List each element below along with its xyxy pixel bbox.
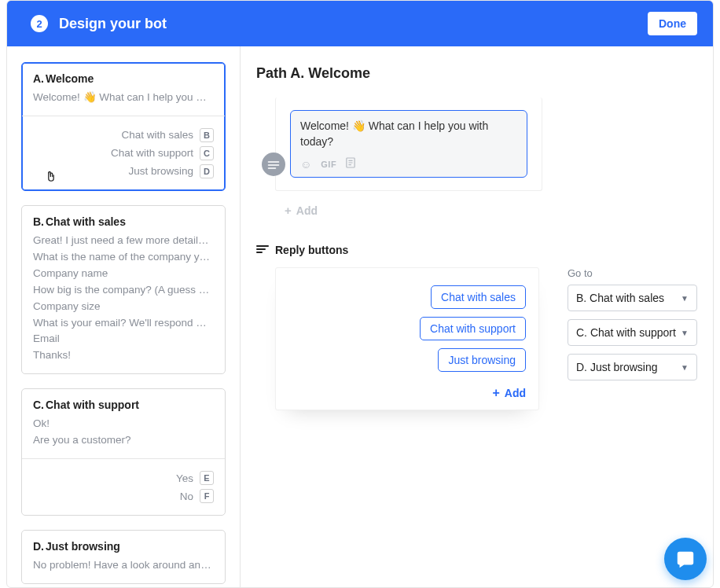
- path-card-chat-with-support[interactable]: C.Chat with support Ok! Are you a custom…: [21, 388, 226, 516]
- reply-section-icon: [256, 245, 269, 255]
- goto-select-sales[interactable]: B. Chat with sales ▼: [568, 285, 697, 311]
- chevron-down-icon: ▼: [681, 329, 689, 337]
- note-icon[interactable]: [346, 157, 355, 171]
- path-option-badge: B: [200, 128, 214, 142]
- path-option-badge: C: [200, 146, 214, 160]
- path-option-label: Just browsing: [128, 165, 193, 177]
- path-option-row[interactable]: Just browsing D: [33, 164, 214, 178]
- path-preview-line: Ok!: [33, 416, 214, 432]
- path-preview-line: Email: [33, 331, 214, 347]
- reply-chips-panel: Chat with sales Chat with support Just b…: [275, 267, 539, 410]
- path-title-text: Just browsing: [46, 540, 120, 553]
- path-card-chat-with-sales[interactable]: B.Chat with sales Great! I just need a f…: [21, 205, 226, 374]
- gif-button[interactable]: GIF: [321, 160, 336, 169]
- path-option-row[interactable]: Yes E: [33, 471, 214, 485]
- main-editor: Path A. Welcome Welcome! 👋 What can I he…: [241, 46, 713, 587]
- path-prefix: C.: [33, 399, 44, 411]
- path-preview-line: Are you a customer?: [33, 432, 214, 449]
- emoji-icon[interactable]: ☺: [300, 158, 311, 171]
- reply-chip-chat-with-support[interactable]: Chat with support: [420, 317, 526, 340]
- path-option-badge: E: [200, 471, 214, 485]
- path-preview-line: How big is the company? (A guess …: [33, 282, 214, 299]
- path-option-label: No: [180, 491, 193, 502]
- path-preview-line: What is the name of the company y…: [33, 249, 214, 266]
- path-option-badge: D: [200, 164, 214, 178]
- message-text: Welcome! 👋 What can I help you with toda…: [300, 119, 517, 149]
- chevron-down-icon: ▼: [681, 294, 689, 303]
- path-option-badge: F: [200, 489, 214, 503]
- path-option-row[interactable]: Chat with sales B: [33, 128, 214, 142]
- message-panel: Welcome! 👋 What can I help you with toda…: [275, 97, 542, 191]
- plus-icon: +: [285, 204, 292, 217]
- chevron-down-icon: ▼: [681, 363, 689, 372]
- path-title-text: Welcome: [46, 72, 94, 85]
- path-preview-line: Company name: [33, 266, 214, 282]
- goto-select-browsing[interactable]: D. Just browsing ▼: [568, 354, 697, 380]
- path-preview-line: Company size: [33, 299, 214, 315]
- done-button[interactable]: Done: [648, 12, 697, 35]
- path-card-welcome[interactable]: A.Welcome Welcome! 👋 What can I help you…: [21, 62, 226, 191]
- svg-rect-1: [268, 164, 280, 166]
- plus-icon: +: [492, 386, 499, 400]
- reply-chip-just-browsing[interactable]: Just browsing: [438, 348, 526, 372]
- path-prefix: B.: [33, 215, 44, 228]
- message-bubble[interactable]: Welcome! 👋 What can I help you with toda…: [290, 110, 527, 178]
- path-option-row[interactable]: Chat with support C: [33, 146, 214, 160]
- paths-sidebar: A.Welcome Welcome! 👋 What can I help you…: [7, 46, 241, 587]
- path-preview-line: No problem! Have a look around an…: [33, 557, 214, 574]
- svg-rect-0: [268, 161, 280, 163]
- path-preview-line: Thanks!: [33, 347, 214, 364]
- header-title: Design your bot: [59, 16, 167, 32]
- path-preview-line: Great! I just need a few more detail…: [33, 233, 214, 249]
- goto-column: Go to B. Chat with sales ▼ C. Chat with …: [568, 267, 697, 380]
- path-prefix: D.: [33, 540, 44, 553]
- step-number-badge: 2: [31, 15, 48, 32]
- reply-buttons-heading: Reply buttons: [256, 244, 697, 256]
- path-option-row[interactable]: No F: [33, 489, 214, 503]
- header-bar: 2 Design your bot Done: [7, 1, 713, 46]
- path-title-text: Chat with support: [46, 399, 139, 411]
- path-heading: Path A. Welcome: [256, 65, 697, 82]
- path-option-label: Yes: [176, 472, 193, 484]
- goto-select-support[interactable]: C. Chat with support ▼: [568, 319, 697, 346]
- reply-chip-chat-with-sales[interactable]: Chat with sales: [431, 285, 526, 309]
- path-option-label: Chat with sales: [121, 129, 193, 141]
- path-preview-line: What is your email? We'll respond …: [33, 315, 214, 332]
- path-card-just-browsing[interactable]: D.Just browsing No problem! Have a look …: [21, 530, 226, 584]
- path-preview-line: Welcome! 👋 What can I help you …: [33, 90, 214, 106]
- bot-avatar-icon: [262, 153, 285, 176]
- goto-label: Go to: [568, 267, 697, 279]
- add-message-button[interactable]: + Add: [285, 204, 697, 217]
- path-option-label: Chat with support: [111, 147, 193, 159]
- path-prefix: A.: [33, 72, 44, 85]
- path-title-text: Chat with sales: [46, 215, 126, 228]
- add-reply-button[interactable]: + Add: [492, 386, 526, 400]
- intercom-launcher[interactable]: [664, 538, 707, 580]
- svg-rect-2: [268, 167, 277, 169]
